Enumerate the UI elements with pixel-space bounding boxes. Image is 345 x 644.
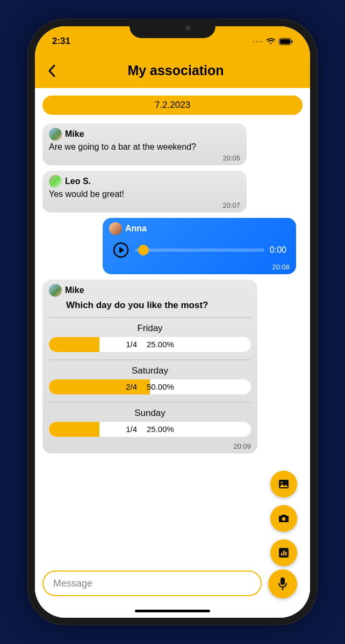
avatar (49, 175, 62, 188)
svg-rect-1 (280, 39, 290, 44)
avatar (49, 128, 62, 141)
poll-message-bubble[interactable]: Mike Which day do you like the most? Fri… (42, 280, 257, 453)
message-bubble[interactable]: Leo S. Yes would be great! 20:07 (42, 171, 247, 213)
svg-rect-9 (283, 551, 285, 555)
phone-frame: 2:31 My association 7.2.2023 (27, 19, 318, 625)
sender-name: Mike (65, 129, 84, 139)
avatar (49, 284, 62, 297)
sender-name: Mike (65, 286, 84, 295)
audio-message-bubble[interactable]: Anna 0:00 20:08 (103, 218, 296, 274)
message-placeholder: Message (53, 578, 92, 589)
svg-rect-2 (292, 40, 293, 43)
svg-point-5 (281, 481, 282, 483)
phone-screen: 2:31 My association 7.2.2023 (35, 26, 310, 618)
header: My association (35, 56, 310, 88)
sender-name: Leo S. (65, 177, 91, 186)
audio-duration: 0:00 (270, 245, 286, 255)
sender-name: Anna (125, 224, 147, 233)
poll-percent: 25.00% (147, 340, 174, 349)
home-indicator[interactable] (135, 610, 210, 612)
svg-rect-8 (281, 553, 283, 555)
audio-knob[interactable] (138, 245, 149, 255)
notch (130, 19, 215, 38)
svg-point-6 (282, 517, 285, 521)
wifi-icon (266, 38, 276, 45)
poll-option-label: Sunday (49, 408, 251, 419)
poll-percent: 50.00% (147, 382, 174, 391)
poll-option[interactable]: Saturday 2/4 50.00% (49, 363, 251, 399)
poll-count: 1/4 (126, 425, 137, 434)
play-button[interactable] (112, 241, 130, 259)
poll-option[interactable]: Sunday 1/4 25.00% (49, 406, 251, 441)
poll-option[interactable]: Friday 1/4 25.00% (49, 321, 251, 356)
message-time: 20:05 (49, 154, 240, 162)
poll-count: 1/4 (126, 340, 137, 349)
message-time: 20:07 (49, 201, 240, 209)
status-time: 2:31 (52, 36, 70, 47)
poll-count: 2/4 (126, 382, 137, 391)
page-title: My association (51, 63, 300, 78)
cellular-dots-icon (253, 41, 263, 42)
date-chip: 7.2.2023 (42, 96, 303, 115)
avatar (109, 222, 122, 235)
poll-question: Which day do you like the most? (49, 298, 251, 314)
poll-percent: 25.00% (147, 425, 174, 434)
poll-option-label: Saturday (49, 365, 251, 376)
svg-rect-10 (285, 552, 287, 555)
message-text: Yes would be great! (49, 189, 240, 200)
svg-rect-11 (281, 577, 285, 585)
camera-button[interactable] (270, 505, 297, 532)
status-right (253, 38, 293, 45)
message-input[interactable]: Message (42, 570, 262, 596)
message-bubble[interactable]: Mike Are we going to a bar at the weeken… (42, 123, 247, 165)
audio-track[interactable] (135, 248, 264, 252)
image-button[interactable] (270, 471, 297, 497)
mic-button[interactable] (268, 569, 297, 598)
poll-option-label: Friday (49, 323, 251, 334)
message-time: 20:08 (109, 263, 290, 271)
battery-icon (279, 38, 293, 45)
message-time: 20:09 (49, 442, 251, 450)
message-text: Are we going to a bar at the weekend? (49, 142, 240, 153)
poll-button[interactable] (270, 539, 297, 566)
chat-body[interactable]: 7.2.2023 Mike Are we going to a bar at t… (35, 88, 310, 618)
